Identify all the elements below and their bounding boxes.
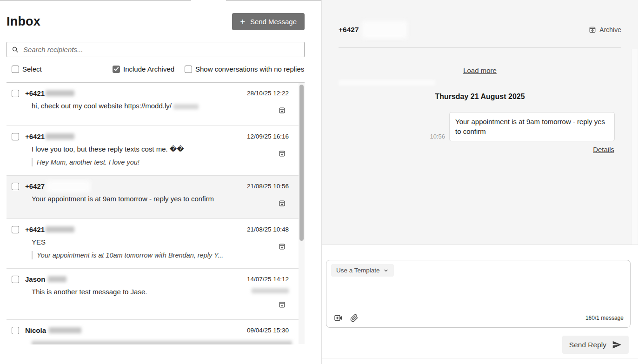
include-archived-checkbox[interactable]: Include Archived (113, 65, 174, 73)
quoted-reply: Hey Mum, another test. I love you! (32, 158, 249, 167)
details-link[interactable]: Details (593, 146, 614, 153)
contact-header: +6427 (339, 26, 407, 34)
thread-date-header: Thursday 21 August 2025 (339, 93, 621, 101)
message-preview: hi, check out my cool website https://mo… (32, 101, 249, 111)
send-message-button[interactable]: + Send Message (232, 13, 305, 30)
message-preview: This is another test message to Jase. (32, 287, 249, 297)
archive-icon (589, 26, 596, 33)
message-preview: YES (32, 238, 249, 247)
quoted-reply: Your appointment is at 10am tomorrow wit… (32, 251, 249, 260)
search-input[interactable] (22, 45, 299, 54)
conversation-row-selected[interactable]: +6427 Your appointment is at 9am tomorro… (7, 176, 305, 219)
use-template-label: Use a Template (336, 267, 380, 274)
archive-icon[interactable] (279, 243, 286, 250)
conversation-list: +6421 hi, check out my cool website http… (7, 82, 305, 344)
top-border-segment (226, 0, 321, 1)
archive-icon[interactable] (279, 150, 286, 157)
conversation-row[interactable]: Jason This is another test message to Ja… (7, 269, 305, 320)
send-reply-button[interactable]: Send Reply (562, 336, 629, 354)
message-thread-area: +6427 Archive Load more Thursday 21 Augu… (322, 0, 638, 245)
header-divider (339, 47, 621, 48)
character-counter: 160/1 message (585, 315, 624, 321)
redacted-text (173, 104, 199, 109)
send-icon (612, 340, 622, 350)
redacted-text (362, 21, 407, 39)
attachment-icon[interactable] (350, 314, 359, 322)
message-datetime: 09/04/25 15:30 (247, 327, 289, 334)
select-label: Select (22, 65, 42, 73)
show-no-replies-label: Show conversations with no replies (195, 65, 304, 73)
redacted-text (49, 327, 81, 333)
conversation-row[interactable]: +6421 YES Your appointment is at 10am to… (7, 219, 305, 269)
chevron-down-icon (383, 268, 389, 273)
contact-name: +6421 (25, 89, 45, 97)
message-preview (32, 338, 249, 344)
checkbox-unchecked[interactable] (185, 66, 192, 73)
reply-input[interactable] (331, 280, 625, 310)
message-datetime: 14/07/25 14:12 (247, 276, 289, 283)
redacted-text (339, 80, 435, 86)
plus-icon: + (240, 18, 245, 26)
redacted-text (32, 341, 292, 344)
send-message-label: Send Message (250, 18, 297, 26)
conversation-row[interactable]: +6421 I love you too, but these reply te… (7, 126, 305, 176)
message-datetime: 12/09/25 16:16 (247, 133, 289, 140)
message-datetime: 21/08/25 10:48 (247, 226, 289, 233)
contact-name: Nicola (25, 326, 46, 334)
row-checkbox[interactable] (12, 226, 19, 233)
row-checkbox[interactable] (12, 90, 19, 97)
archive-button[interactable]: Archive (589, 26, 621, 33)
contact-name: +6427 (25, 182, 45, 190)
load-more-link[interactable]: Load more (463, 66, 497, 74)
select-checkbox[interactable]: Select (12, 65, 42, 73)
row-checkbox[interactable] (12, 133, 19, 140)
reply-composer: Use a Template 160/1 message (326, 260, 631, 328)
page-title: Inbox (7, 14, 40, 29)
message-preview: I love you too, but these reply texts co… (32, 145, 249, 154)
top-border-segment (0, 0, 191, 1)
redacted-text (46, 226, 74, 232)
contact-name: Jason (25, 275, 45, 283)
list-scrollbar[interactable] (299, 83, 305, 344)
search-box (7, 42, 305, 57)
redacted-text (46, 90, 74, 96)
conversation-row[interactable]: +6421 hi, check out my cool website http… (7, 83, 305, 126)
search-icon (12, 46, 19, 53)
thread-scrollbar[interactable] (631, 49, 638, 245)
redacted-text (252, 288, 289, 293)
redacted-text (47, 180, 91, 192)
reply-composer-area: Use a Template 160/1 message (322, 245, 638, 364)
scrollbar-thumb[interactable] (299, 85, 304, 241)
row-checkbox[interactable] (12, 276, 19, 283)
redacted-text (46, 133, 74, 139)
outgoing-message-bubble: Your appointment is at 9am tomorrow - re… (449, 112, 615, 141)
show-no-replies-checkbox[interactable]: Show conversations with no replies (185, 65, 304, 73)
message-time: 10:56 (430, 133, 445, 140)
archive-label: Archive (599, 26, 621, 33)
include-archived-label: Include Archived (123, 65, 174, 73)
contact-name: +6421 (25, 225, 45, 233)
checkbox-unchecked[interactable] (12, 66, 19, 73)
archive-icon[interactable] (279, 200, 286, 207)
filter-bar: Select Include Archived Show conversatio… (7, 65, 305, 75)
use-template-button[interactable]: Use a Template (331, 264, 394, 277)
archive-icon[interactable] (279, 301, 286, 308)
archive-icon[interactable] (279, 107, 286, 114)
message-preview: Your appointment is at 9am tomorrow - re… (32, 194, 249, 204)
message-datetime: 28/10/25 12:22 (247, 90, 289, 97)
row-checkbox[interactable] (12, 183, 19, 190)
bottom-divider (322, 358, 638, 358)
redacted-text (48, 276, 66, 282)
conversation-row[interactable]: Nicola 09/04/25 15:30 (7, 320, 305, 344)
contact-name: +6421 (25, 132, 45, 140)
app: Inbox + Send Message Select (0, 0, 638, 364)
row-checkbox[interactable] (12, 327, 19, 334)
add-video-icon[interactable] (334, 313, 343, 323)
message-datetime: 21/08/25 10:56 (247, 183, 289, 190)
checkbox-checked[interactable] (113, 66, 120, 73)
inbox-panel: Inbox + Send Message Select (0, 0, 322, 364)
send-reply-label: Send Reply (569, 341, 606, 349)
conversation-panel: +6427 Archive Load more Thursday 21 Augu… (322, 0, 638, 364)
